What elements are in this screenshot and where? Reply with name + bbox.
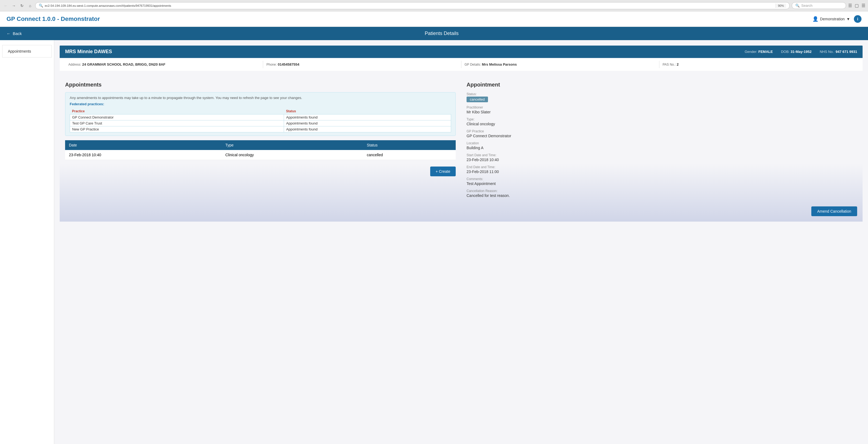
sidebar: Appointments xyxy=(0,40,54,444)
appt-col-type: Type xyxy=(222,140,363,150)
comments-value: Test Appointment xyxy=(467,182,857,186)
start-field: Start Date and Time: 23-Feb-2018 10:40 xyxy=(467,153,857,162)
back-button[interactable]: ← Back xyxy=(6,31,22,36)
gp-practice-value: GP Connect Demonstrator xyxy=(467,134,857,138)
appointment-detail-col: Appointment Status: cancelled Practition… xyxy=(461,82,857,216)
nhs-value: 947 671 9931 xyxy=(835,50,857,54)
cancellation-reason-field: Cancellation Reason: Cancelled for test … xyxy=(467,189,857,198)
main-layout: Appointments MRS Minnie DAWES Gender: FE… xyxy=(0,40,868,444)
location-field: Location Building A xyxy=(467,141,857,150)
two-col-layout: Appointments Any amendments to appointme… xyxy=(65,82,857,216)
appointment-row[interactable]: 23-Feb-2018 10:40 Clinical oncology canc… xyxy=(65,150,456,160)
create-button[interactable]: + Create xyxy=(430,166,456,176)
username: Demonstration xyxy=(820,17,845,21)
back-nav-btn[interactable]: ← xyxy=(3,3,9,9)
address-bar[interactable]: 🔍 ec2-54-194-109-184.eu-west-1.compute.a… xyxy=(35,2,789,9)
browser-search[interactable]: 🔍 Search xyxy=(792,2,846,9)
location-value: Building A xyxy=(467,146,857,150)
patient-name: MRS Minnie DAWES xyxy=(65,49,112,55)
comments-field: Comments: Test Appointment xyxy=(467,177,857,186)
user-dropdown[interactable]: 👤 Demonstration ▼ xyxy=(812,16,850,22)
sidebar-item-label: Appointments xyxy=(8,49,31,54)
forward-nav-btn[interactable]: → xyxy=(11,3,17,9)
info-box: Any amendments to appointments may take … xyxy=(65,92,456,136)
appt-date: 23-Feb-2018 10:40 xyxy=(65,150,222,160)
pas-value: 2 xyxy=(677,62,679,66)
content-area: MRS Minnie DAWES Gender: FEMALE DOB: 31-… xyxy=(54,40,868,444)
practices-col-status: Status xyxy=(284,108,451,115)
end-value: 23-Feb-2018 11:00 xyxy=(467,169,857,174)
start-label: Start Date and Time: xyxy=(467,153,857,157)
refresh-btn[interactable]: ↻ xyxy=(19,3,25,9)
practices-table: Practice Status GP Connect Demonstrator … xyxy=(70,108,451,132)
menu-icon[interactable]: ☰ xyxy=(862,3,865,8)
patient-nhs: NHS No.: 947 671 9931 xyxy=(820,50,857,54)
sidebar-item-appointments[interactable]: Appointments xyxy=(2,45,52,58)
zoom-level: 90% xyxy=(775,3,786,8)
address-value: 24 GRAMMAR SCHOOL ROAD, BRIGG, DN20 8AF xyxy=(82,62,165,66)
patient-phone-cell: Phone: 01454587554 xyxy=(263,61,461,68)
patient-gender: Gender: FEMALE xyxy=(745,50,773,54)
appt-type: Clinical oncology xyxy=(222,150,363,160)
back-arrow-icon: ← xyxy=(6,31,10,36)
practice-row: New GP Practice Appointments found xyxy=(70,126,451,132)
appointment-detail-title: Appointment xyxy=(467,82,857,88)
cancellation-reason-label: Cancellation Reason: xyxy=(467,189,857,193)
status-field: Status: cancelled xyxy=(467,92,857,102)
page-nav: ← Back Patients Details xyxy=(0,27,868,40)
practices-col-practice: Practice xyxy=(70,108,284,115)
appointments-table: Date Type Status 23-Feb-2018 10:40 Clini… xyxy=(65,140,456,160)
practitioner-label: Practitioner xyxy=(467,105,857,109)
appt-col-status: Status xyxy=(363,140,456,150)
amend-cancellation-button[interactable]: Amend Cancellation xyxy=(811,207,857,216)
end-label: End Date and Time: xyxy=(467,165,857,169)
status-badge: cancelled xyxy=(467,97,488,102)
bookmarks-icon[interactable]: ☰ xyxy=(848,3,852,8)
patient-name-row: MRS Minnie DAWES Gender: FEMALE DOB: 31-… xyxy=(60,45,863,58)
practice-name: New GP Practice xyxy=(70,126,284,132)
type-label: Type: xyxy=(467,118,857,121)
comments-label: Comments: xyxy=(467,177,857,181)
gp-practice-label: GP Practice xyxy=(467,129,857,133)
cancellation-reason-value: Cancelled for test reason. xyxy=(467,193,857,198)
back-label: Back xyxy=(13,31,22,36)
user-area: 👤 Demonstration ▼ i xyxy=(812,15,862,23)
patient-meta: Gender: FEMALE DOB: 31-May-1952 NHS No.:… xyxy=(745,50,857,54)
practice-row: Test GP Care Trust Appointments found xyxy=(70,120,451,126)
practice-name: Test GP Care Trust xyxy=(70,120,284,126)
practice-name: GP Connect Demonstrator xyxy=(70,115,284,120)
federated-label: Federated practices: xyxy=(70,102,451,106)
page-title: Patients Details xyxy=(22,31,862,36)
patient-details-row: Address: 24 GRAMMAR SCHOOL ROAD, BRIGG, … xyxy=(60,58,863,71)
patient-dob: DOB: 31-May-1952 xyxy=(781,50,812,54)
browser-chrome: ← → ↻ ⌂ 🔍 ec2-54-194-109-184.eu-west-1.c… xyxy=(0,0,868,11)
dob-value: 31-May-1952 xyxy=(791,50,812,54)
gp-practice-field: GP Practice GP Connect Demonstrator xyxy=(467,129,857,138)
app-header: GP Connect 1.0.0 - Demonstrator 👤 Demons… xyxy=(0,11,868,27)
dropdown-chevron: ▼ xyxy=(846,17,850,21)
start-value: 23-Feb-2018 10:40 xyxy=(467,158,857,162)
type-value: Clinical oncology xyxy=(467,122,857,126)
appt-status: cancelled xyxy=(363,150,456,160)
info-icon[interactable]: i xyxy=(854,15,862,23)
practice-status: Appointments found xyxy=(284,115,451,120)
tabs-icon[interactable]: ▢ xyxy=(855,3,859,8)
patient-gp-cell: GP Details: Mrs Melissa Parsons xyxy=(461,61,659,68)
app-title: GP Connect 1.0.0 - Demonstrator xyxy=(6,15,100,23)
practitioner-field: Practitioner Mr Kibo Slater xyxy=(467,105,857,114)
gender-value: FEMALE xyxy=(758,50,773,54)
status-label: Status: xyxy=(467,92,857,96)
patient-card: MRS Minnie DAWES Gender: FEMALE DOB: 31-… xyxy=(60,45,863,71)
browser-icons: ☰ ▢ ☰ xyxy=(848,3,865,8)
practice-status: Appointments found xyxy=(284,126,451,132)
appointments-col: Appointments Any amendments to appointme… xyxy=(65,82,456,216)
patient-address-cell: Address: 24 GRAMMAR SCHOOL ROAD, BRIGG, … xyxy=(65,61,263,68)
phone-value: 01454587554 xyxy=(278,62,300,66)
practice-status: Appointments found xyxy=(284,120,451,126)
type-field: Type: Clinical oncology xyxy=(467,118,857,126)
user-icon: 👤 xyxy=(812,16,818,22)
home-btn[interactable]: ⌂ xyxy=(27,3,33,9)
gp-value: Mrs Melissa Parsons xyxy=(482,62,517,66)
url-text: ec2-54-194-109-184.eu-west-1.compute.ama… xyxy=(45,4,774,7)
search-placeholder: Search xyxy=(801,3,812,8)
